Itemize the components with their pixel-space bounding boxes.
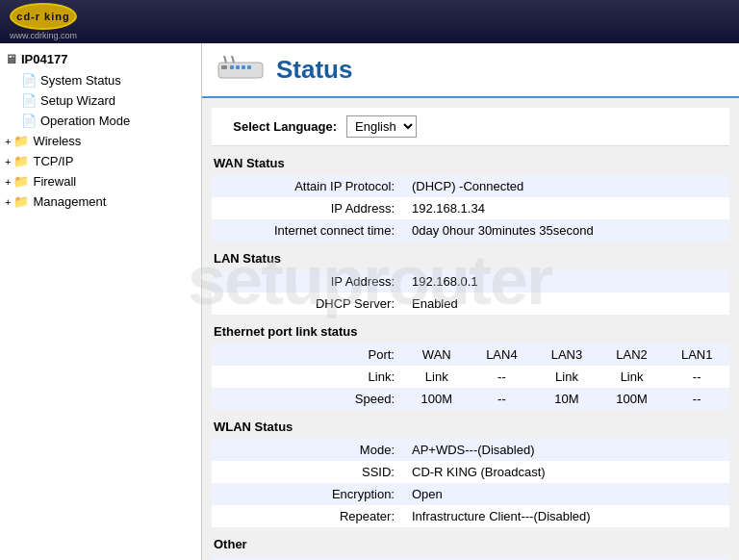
- sidebar-item-system-status[interactable]: 📄 System Status: [0, 70, 201, 90]
- plus-icon-firewall: +: [5, 176, 11, 188]
- port-wan: WAN: [404, 344, 470, 366]
- lan-table: IP Address: 192.168.0.1 DHCP Server: Ena…: [212, 270, 729, 315]
- device-icon: 🖥: [5, 52, 17, 66]
- sidebar-label-setup-wizard: Setup Wizard: [40, 93, 115, 108]
- internet-connect-label: Internet connect time:: [212, 219, 404, 242]
- firmware-label: Firmware Version:: [212, 556, 404, 560]
- logo-text: cd-r king: [16, 11, 69, 22]
- plus-icon-wireless: +: [5, 136, 11, 147]
- attain-ip-value: (DHCP) -Connected: [404, 175, 729, 197]
- speed-lan1: --: [664, 388, 729, 410]
- wan-ip-value: 192.168.1.34: [404, 197, 729, 219]
- link-lan2: Link: [599, 366, 665, 388]
- logo-sub: www.cdrking.com: [10, 31, 77, 40]
- status-header: Status: [202, 43, 739, 98]
- svg-rect-1: [221, 65, 227, 69]
- wlan-ssid-label: SSID:: [212, 461, 404, 483]
- port-lan3: LAN3: [534, 344, 599, 366]
- page-icon-2: 📄: [21, 93, 37, 108]
- wlan-encryption-value: Open: [404, 483, 729, 505]
- wlan-repeater-value: Infrastructure Client---(Disabled): [404, 505, 729, 527]
- lan-ip-label: IP Address:: [212, 270, 404, 293]
- speed-lan3: 10M: [534, 388, 599, 410]
- sidebar-label-firewall: Firewall: [33, 174, 76, 189]
- folder-icon-firewall: 📁: [13, 174, 29, 189]
- link-lan3: Link: [534, 366, 599, 388]
- wlan-encryption-label: Encryption:: [212, 483, 404, 505]
- speed-wan: 100M: [404, 388, 470, 410]
- wan-status-title: WAN Status: [212, 151, 729, 175]
- svg-rect-2: [230, 65, 234, 69]
- dhcp-server-label: DHCP Server:: [212, 293, 404, 315]
- plus-icon-tcpip: +: [5, 156, 11, 167]
- content-inner: Select Language: English WAN Status Atta…: [202, 103, 739, 560]
- svg-rect-4: [242, 65, 245, 69]
- other-table: Firmware Version: PINIC-IP04177-IP04177-…: [212, 556, 729, 560]
- page-title: Status: [276, 55, 352, 85]
- language-select[interactable]: English: [346, 115, 417, 138]
- svg-rect-5: [247, 65, 251, 69]
- sidebar-device-label: IP04177: [21, 52, 67, 66]
- svg-rect-3: [236, 65, 240, 69]
- wlan-mode-value: AP+WDS---(Disabled): [404, 439, 729, 461]
- ethernet-table: Port: WAN LAN4 LAN3 LAN2 LAN1 Link: Link…: [212, 344, 729, 410]
- port-lan1: LAN1: [664, 344, 729, 366]
- page-icon-3: 📄: [21, 114, 37, 128]
- lan-status-title: LAN Status: [212, 246, 729, 270]
- folder-icon-wireless: 📁: [13, 134, 29, 148]
- port-label: Port:: [212, 344, 404, 366]
- sidebar-item-management[interactable]: + 📁 Management: [0, 191, 201, 212]
- speed-lan4: --: [470, 388, 535, 410]
- language-label: Select Language:: [221, 119, 337, 134]
- plus-icon-management: +: [5, 196, 11, 208]
- attain-ip-label: Attain IP Protocol:: [212, 175, 404, 197]
- internet-connect-value: 0day 0hour 30minutes 35second: [404, 219, 729, 242]
- sidebar-item-firewall[interactable]: + 📁 Firewall: [0, 171, 201, 191]
- wlan-status-title: WLAN Status: [212, 415, 729, 439]
- sidebar-label-tcpip: TCP/IP: [33, 154, 73, 168]
- other-title: Other: [212, 532, 729, 556]
- language-row: Select Language: English: [212, 108, 729, 146]
- link-label: Link:: [212, 366, 404, 388]
- sidebar-device-title: 🖥 IP04177: [0, 48, 201, 70]
- page-icon: 📄: [21, 73, 37, 88]
- lan-ip-value: 192.168.0.1: [404, 270, 729, 293]
- sidebar-label-operation-mode: Operation Mode: [40, 114, 130, 128]
- sidebar-label-system-status: System Status: [40, 73, 121, 88]
- wan-ip-label: IP Address:: [212, 197, 404, 219]
- wlan-table: Mode: AP+WDS---(Disabled) SSID: CD-R KIN…: [212, 439, 729, 527]
- folder-icon-management: 📁: [13, 194, 29, 209]
- link-lan4: --: [470, 366, 535, 388]
- logo-oval: cd-r king: [10, 3, 77, 30]
- logo: cd-r king www.cdrking.com: [10, 3, 77, 40]
- sidebar-item-wireless[interactable]: + 📁 Wireless: [0, 131, 201, 151]
- port-lan4: LAN4: [470, 344, 535, 366]
- dhcp-server-value: Enabled: [404, 293, 729, 315]
- wan-table: Attain IP Protocol: (DHCP) -Connected IP…: [212, 175, 729, 242]
- sidebar-item-tcpip[interactable]: + 📁 TCP/IP: [0, 151, 201, 171]
- link-lan1: --: [664, 366, 729, 388]
- link-wan: Link: [404, 366, 470, 388]
- sidebar: 🖥 IP04177 📄 System Status 📄 Setup Wizard…: [0, 43, 202, 560]
- wlan-mode-label: Mode:: [212, 439, 404, 461]
- port-lan2: LAN2: [599, 344, 665, 366]
- svg-rect-0: [218, 63, 263, 78]
- wlan-ssid-value: CD-R KING (Broadcast): [404, 461, 729, 483]
- router-icon: [217, 53, 265, 87]
- speed-lan2: 100M: [599, 388, 665, 410]
- header: cd-r king www.cdrking.com: [0, 0, 739, 43]
- ethernet-title: Ethernet port link status: [212, 319, 729, 344]
- sidebar-item-operation-mode[interactable]: 📄 Operation Mode: [0, 111, 201, 131]
- sidebar-label-wireless: Wireless: [33, 134, 81, 148]
- speed-label: Speed:: [212, 388, 404, 410]
- svg-line-6: [224, 56, 226, 63]
- wlan-repeater-label: Repeater:: [212, 505, 404, 527]
- content-area: Status Select Language: English WAN Stat…: [202, 43, 739, 560]
- sidebar-item-setup-wizard[interactable]: 📄 Setup Wizard: [0, 90, 201, 111]
- svg-line-7: [232, 56, 234, 63]
- folder-icon-tcpip: 📁: [13, 154, 29, 168]
- firmware-value: PINIC-IP04177-IP04177-SPI-GW-1T1R-V1.2.2: [404, 556, 729, 560]
- main-layout: 🖥 IP04177 📄 System Status 📄 Setup Wizard…: [0, 43, 739, 560]
- sidebar-label-management: Management: [33, 194, 106, 209]
